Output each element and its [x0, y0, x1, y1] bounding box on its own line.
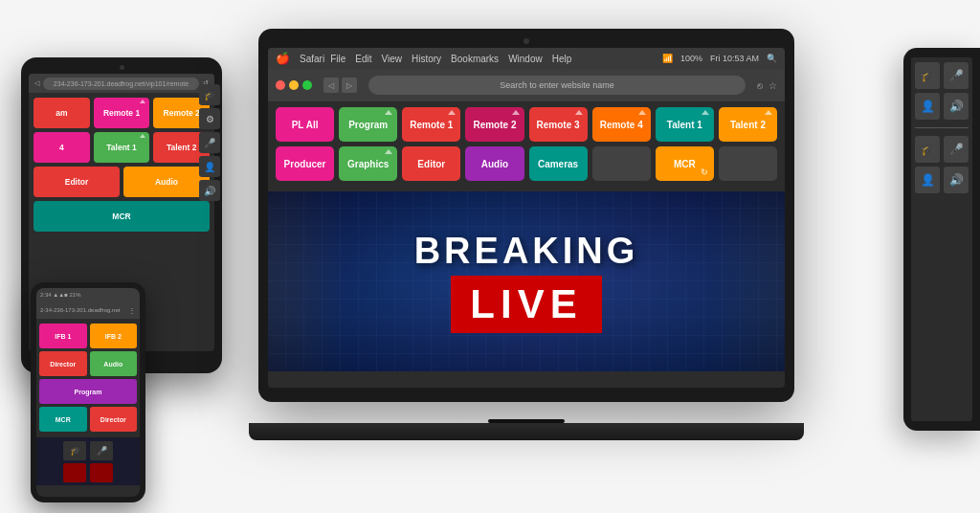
laptop-btn-remote3[interactable]: Remote 3	[529, 107, 588, 142]
laptop-screen: 🍎 Safari File Edit View History Bookmark…	[268, 48, 785, 388]
phone-buttons-area: IFB 1 IFB 2 Director Audio	[36, 321, 140, 437]
back-button[interactable]: ◁	[323, 78, 339, 93]
menu-history[interactable]: History	[412, 54, 441, 64]
laptop-btn-talent1[interactable]: Talent 1	[656, 107, 714, 142]
tablet-icon-gear[interactable]: ⚙	[199, 108, 214, 129]
laptop-btn-audio[interactable]: Audio	[465, 146, 523, 181]
tablet-btn-mcr[interactable]: MCR	[33, 201, 210, 232]
tablet-icon-cap[interactable]: 🎓	[199, 84, 214, 105]
search-icon[interactable]: 🔍	[767, 54, 777, 63]
right-icon-person[interactable]: 👤	[915, 93, 940, 120]
safari-label: Safari	[300, 54, 324, 64]
laptop-body: 🍎 Safari File Edit View History Bookmark…	[258, 29, 794, 402]
minimize-button[interactable]	[289, 80, 299, 90]
phone-row-2: Director Audio	[39, 351, 137, 376]
menu-window[interactable]: Window	[508, 54, 543, 64]
tablet-icon-person[interactable]: 👤	[199, 156, 214, 177]
tablet-row-3: Editor Audio	[33, 167, 210, 197]
laptop-btn-remote4[interactable]: Remote 4	[592, 107, 651, 142]
right-row-4: 👤 🔊	[915, 167, 969, 193]
phone-bottom-icon-1[interactable]: 🎓	[63, 441, 86, 460]
tablet-btn-remote1[interactable]: Remote 1	[94, 98, 150, 128]
laptop-video: BREAKING LIVE	[268, 191, 785, 371]
phone-address-bar: 2-34-236-173-201.deadfrog.net ⋮	[36, 301, 140, 319]
battery-status: 100%	[680, 54, 702, 63]
right-icon-speaker[interactable]: 🔊	[944, 93, 969, 120]
laptop-btn-talent2[interactable]: Talent 2	[719, 107, 777, 142]
phone-menu-icon: ⋮	[128, 306, 136, 315]
tablet-btn-editor[interactable]: Editor	[33, 167, 120, 197]
tablet-btn-audio[interactable]: Audio	[123, 167, 210, 197]
menu-edit[interactable]: Edit	[355, 54, 371, 64]
phone-btn-ifb2[interactable]: IFB 2	[90, 323, 138, 348]
tablet-buttons-area: am Remote 1 Remote 2 4	[29, 93, 214, 240]
laptop-btn-producer[interactable]: Producer	[276, 146, 334, 181]
right-icon-cap2[interactable]: 🎓	[915, 136, 940, 163]
phone-row-1: IFB 1 IFB 2	[39, 323, 137, 348]
forward-button[interactable]: ▷	[342, 78, 357, 93]
laptop-device: 🍎 Safari File Edit View History Bookmark…	[258, 29, 794, 440]
tablet-btn-4[interactable]: 4	[33, 132, 90, 163]
address-bar[interactable]: Search to enter website name	[368, 76, 746, 95]
tablet-btn-talent1[interactable]: Talent 1	[94, 132, 150, 163]
laptop-btn-empty2	[719, 146, 777, 181]
right-icon-speaker2[interactable]: 🔊	[944, 167, 969, 193]
laptop-btn-editor[interactable]: Editor	[402, 146, 460, 181]
menu-view[interactable]: View	[381, 54, 402, 64]
laptop-btn-program[interactable]: Program	[339, 107, 397, 142]
phone-statusbar: 2:34 ▲▲■ 21%	[36, 288, 140, 301]
laptop-btn-cameras[interactable]: Cameras	[529, 146, 588, 181]
laptop-btn-empty1	[592, 146, 651, 181]
laptop-menubar: 🍎 Safari File Edit View History Bookmark…	[268, 48, 785, 69]
phone-btn-program[interactable]: Program	[39, 379, 137, 404]
right-icon-person2[interactable]: 👤	[915, 167, 940, 193]
laptop-btn-mcr[interactable]: MCR ↻	[656, 146, 714, 181]
apple-icon: 🍎	[276, 52, 290, 65]
tablet-row-1: am Remote 1 Remote 2	[33, 98, 210, 128]
tablet-camera	[120, 65, 124, 70]
phone-btn-mcr[interactable]: MCR	[39, 407, 87, 432]
phone-btn-ifb1[interactable]: IFB 1	[39, 323, 87, 348]
right-icon-mic[interactable]: 🎤	[944, 62, 969, 89]
laptop-base	[249, 423, 804, 440]
right-row-3: 🎓 🎤	[915, 136, 969, 163]
laptop-camera	[523, 38, 529, 44]
maximize-button[interactable]	[302, 80, 312, 90]
phone-video-area: 🎓 🎤	[36, 437, 140, 485]
window-controls	[276, 80, 312, 90]
bookmark-icon[interactable]: ☆	[768, 80, 777, 91]
share-icon[interactable]: ⎋	[757, 80, 763, 91]
right-panel-screen: 🎓 🎤 👤 🔊 🎓 🎤 👤 🔊	[911, 57, 972, 421]
laptop-btn-row-2: Producer Graphics Editor Audio Cameras	[276, 146, 777, 181]
divider	[915, 127, 969, 128]
laptop-btn-remote2[interactable]: Remote 2	[465, 107, 523, 142]
laptop-btn-row-1: PL All Program Remote 1 Remote 2	[276, 107, 777, 142]
tablet-url[interactable]: 234-236-173-201.deadfrog.net/vip101/remo…	[43, 78, 199, 90]
right-icon-mic2[interactable]: 🎤	[944, 136, 969, 163]
tablet-side-icons: 🎓 ⚙ 🎤 👤 🔊	[199, 84, 214, 201]
phone-btn-director[interactable]: Director	[39, 351, 87, 376]
laptop-buttons-row1: PL All Program Remote 1 Remote 2	[268, 101, 785, 191]
live-box: LIVE	[451, 276, 601, 333]
phone-btn-director2[interactable]: Director	[90, 407, 138, 432]
menubar-right: 📶 100% Fri 10:53 AM 🔍	[662, 54, 777, 63]
close-button[interactable]	[276, 80, 285, 90]
phone-row-4: MCR Director	[39, 407, 137, 432]
live-label: LIVE	[470, 281, 582, 327]
breaking-label: BREAKING	[414, 231, 639, 272]
clock: Fri 10:53 AM	[710, 54, 759, 63]
laptop-btn-remote1[interactable]: Remote 1	[402, 107, 460, 142]
menu-file[interactable]: File	[330, 54, 345, 64]
browser-nav: ◁ ▷	[323, 78, 357, 93]
phone-device: 2:34 ▲▲■ 21% 2-34-236-173-201.deadfrog.n…	[31, 282, 145, 502]
laptop-btn-graphics[interactable]: Graphics	[339, 146, 397, 181]
phone-bottom-icon-2[interactable]: 🎤	[90, 441, 113, 460]
laptop-btn-plall[interactable]: PL All	[276, 107, 334, 142]
menu-bookmarks[interactable]: Bookmarks	[451, 54, 499, 64]
tablet-icon-speaker[interactable]: 🔊	[199, 180, 214, 201]
phone-btn-audio[interactable]: Audio	[90, 351, 138, 376]
right-icon-cap[interactable]: 🎓	[915, 62, 940, 89]
tablet-btn-am[interactable]: am	[33, 98, 90, 128]
menu-help[interactable]: Help	[552, 54, 572, 64]
tablet-icon-mic[interactable]: 🎤	[199, 132, 214, 153]
